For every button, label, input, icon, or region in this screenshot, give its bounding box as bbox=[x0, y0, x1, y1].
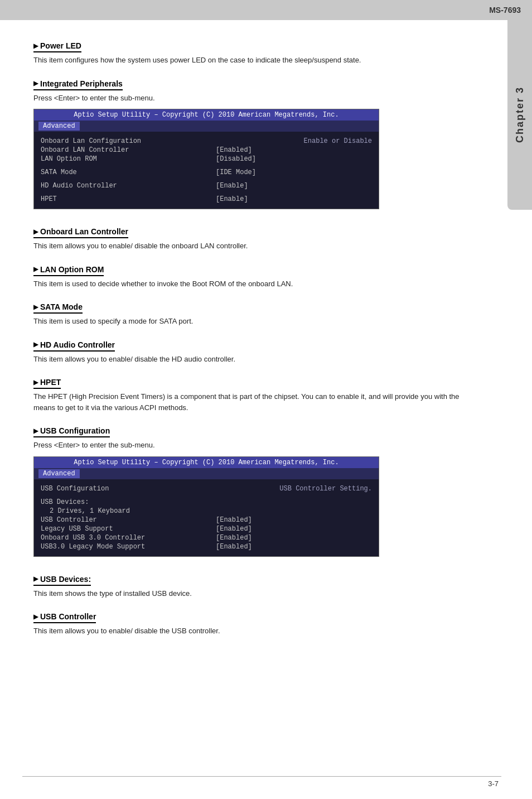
bios-row: Onboard USB 3.0 Controller [Enabled] bbox=[41, 534, 372, 542]
bios-content-1: Onboard Lan Configuration Enable or Disa… bbox=[34, 132, 379, 209]
section-integrated-peripherals: Integrated Peripherals Press <Enter> to … bbox=[33, 69, 474, 104]
bios-row: Onboard LAN Controller [Enabled] bbox=[41, 146, 372, 154]
section-desc-sata-mode: This item is used to specify a mode for … bbox=[33, 316, 474, 327]
section-desc-onboard-lan: This item allows you to enable/ disable … bbox=[33, 240, 474, 252]
bios-tab-1: Advanced bbox=[38, 122, 80, 131]
section-header-integrated-peripherals: Integrated Peripherals bbox=[33, 79, 123, 90]
top-bar: MS-7693 bbox=[0, 0, 532, 20]
section-desc-usb-devices: This item shows the type of installed US… bbox=[33, 588, 474, 599]
bios-row: USB Configuration USB Controller Setting… bbox=[41, 485, 372, 493]
bios-tab-row-1: Advanced bbox=[34, 121, 379, 132]
section-desc-integrated-peripherals: Press <Enter> to enter the sub-menu. bbox=[33, 93, 474, 104]
bios-content-2: USB Configuration USB Controller Setting… bbox=[34, 479, 379, 556]
section-usb-configuration: USB Configuration Press <Enter> to enter… bbox=[33, 416, 474, 451]
bios-header-2: Aptio Setup Utility – Copyright (C) 2010… bbox=[34, 457, 379, 468]
section-sata-mode: SATA Mode This item is used to specify a… bbox=[33, 292, 474, 327]
section-usb-controller: USB Controller This item allows you to e… bbox=[33, 602, 474, 637]
section-desc-lan-option-rom: This item is used to decide whether to i… bbox=[33, 278, 474, 290]
main-content: Power LED This item configures how the s… bbox=[0, 20, 507, 662]
bios-row: USB3.0 Legacy Mode Support [Enabled] bbox=[41, 543, 372, 551]
section-desc-power-led: This item configures how the system uses… bbox=[33, 55, 474, 66]
section-desc-hd-audio: This item allows you to enable/ disable … bbox=[33, 354, 474, 365]
bios-screen-2: Aptio Setup Utility – Copyright (C) 2010… bbox=[33, 456, 379, 557]
section-hd-audio: HD Audio Controller This item allows you… bbox=[33, 330, 474, 365]
bios-tab-row-2: Advanced bbox=[34, 468, 379, 479]
section-desc-usb-configuration: Press <Enter> to enter the sub-menu. bbox=[33, 440, 474, 451]
section-usb-devices: USB Devices: This item shows the type of… bbox=[33, 565, 474, 599]
section-header-usb-controller: USB Controller bbox=[33, 612, 96, 623]
section-header-usb-devices: USB Devices: bbox=[33, 575, 91, 586]
section-desc-usb-controller: This item allows you to enable/ disable … bbox=[33, 625, 474, 637]
bios-row: SATA Mode [IDE Mode] bbox=[41, 169, 372, 176]
bios-row: LAN Option ROM [Disabled] bbox=[41, 155, 372, 163]
bios-row: HD Audio Controller [Enable] bbox=[41, 182, 372, 190]
section-header-hpet: HPET bbox=[33, 378, 61, 389]
chapter-tab-label: Chapter 3 bbox=[514, 86, 526, 143]
chapter-tab: Chapter 3 bbox=[507, 20, 532, 210]
section-header-hd-audio: HD Audio Controller bbox=[33, 340, 115, 352]
section-header-power-led: Power LED bbox=[33, 41, 81, 52]
section-lan-option-rom: LAN Option ROM This item is used to deci… bbox=[33, 255, 474, 290]
bios-row: Legacy USB Support [Enabled] bbox=[41, 525, 372, 533]
section-header-sata-mode: SATA Mode bbox=[33, 302, 83, 314]
bios-header-1: Aptio Setup Utility – Copyright (C) 2010… bbox=[34, 109, 379, 121]
page-number: 3-7 bbox=[488, 779, 499, 788]
section-hpet: HPET The HPET (High Precision Event Time… bbox=[33, 368, 474, 413]
bios-screen-1: Aptio Setup Utility – Copyright (C) 2010… bbox=[33, 109, 379, 209]
section-header-usb-configuration: USB Configuration bbox=[33, 426, 110, 437]
bios-row: HPET [Enable] bbox=[41, 195, 372, 203]
bios-tab-2: Advanced bbox=[38, 469, 80, 478]
section-header-onboard-lan: Onboard Lan Controller bbox=[33, 227, 128, 238]
bios-row: Onboard Lan Configuration Enable or Disa… bbox=[41, 137, 372, 145]
top-bar-title: MS-7693 bbox=[489, 6, 521, 15]
bios-row: USB Controller [Enabled] bbox=[41, 516, 372, 524]
bios-row: 2 Drives, 1 Keyboard bbox=[41, 507, 372, 515]
section-onboard-lan: Onboard Lan Controller This item allows … bbox=[33, 217, 474, 252]
section-header-lan-option-rom: LAN Option ROM bbox=[33, 265, 104, 276]
bios-row: USB Devices: bbox=[41, 498, 372, 506]
section-desc-hpet: The HPET (High Precision Event Timers) i… bbox=[33, 391, 474, 413]
bottom-rule bbox=[22, 776, 501, 777]
section-power-led: Power LED This item configures how the s… bbox=[33, 31, 474, 66]
